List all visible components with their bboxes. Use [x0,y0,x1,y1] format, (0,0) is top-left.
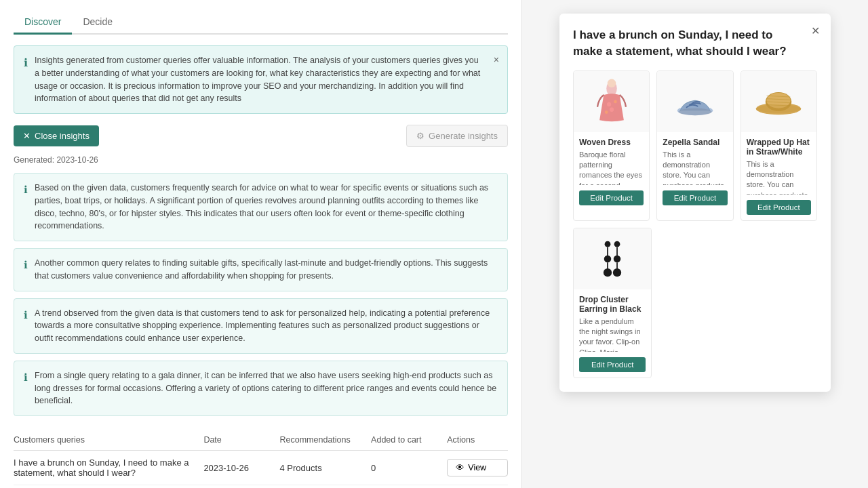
svg-point-18 [604,255,612,262]
col-header-actions: Actions [447,435,508,445]
product-desc-sandal: This is a demonstration store. You can p… [663,150,727,185]
edit-product-button-sandal[interactable]: Edit Product [663,190,727,205]
close-insights-label: Close insights [35,131,90,141]
svg-point-7 [678,108,711,115]
product-image-dress [574,71,649,132]
view-label: View [468,463,486,472]
modal-title: I have a brunch on Sunday, I need to mak… [573,27,817,60]
info-banner: ℹ Insights generated from customer queri… [14,45,508,114]
product-info-dress: Woven Dress Baroque floral patterning ro… [574,132,649,211]
modal: I have a brunch on Sunday, I need to mak… [559,14,831,392]
table-section: Customers queries Date Recommendations A… [14,430,508,485]
product-image-earring [574,228,651,289]
svg-point-23 [614,255,621,262]
table-row: I have a brunch on Sunday, I need to mak… [14,451,508,485]
product-name-hat: Wrapped Up Hat in Straw/White [747,138,811,157]
svg-point-21 [614,241,620,247]
modal-close-button[interactable]: ✕ [811,24,820,37]
product-card-dress: Woven Dress Baroque floral patterning ro… [573,70,650,221]
product-card-sandal: Zepella Sandal This is a demonstration s… [656,70,733,221]
product-desc-dress: Baroque floral patterning romances the e… [579,150,644,185]
tab-decide[interactable]: Decide [72,11,123,35]
product-info-sandal: Zepella Sandal This is a demonstration s… [657,132,732,211]
edit-product-button-dress[interactable]: Edit Product [579,190,644,205]
products-grid: Woven Dress Baroque floral patterning ro… [573,70,817,221]
insight-card-2: ℹ Another common query relates to findin… [14,248,508,291]
info-banner-text: Insights generated from customer queries… [35,54,483,105]
info-icon-3: ℹ [24,308,28,345]
insight-text-1: Based on the given data, customers frequ… [35,182,498,232]
product-info-earring: Drop Cluster Earring in Black Like a pen… [574,289,651,378]
gear-icon: ⚙ [416,131,425,141]
col-header-date: Date [203,435,279,445]
row-recommendations: 4 Products [280,463,372,473]
row-cart: 0 [371,463,447,473]
insight-text-4: From a single query relating to a gala d… [35,369,498,407]
svg-point-1 [607,79,615,87]
svg-point-20 [604,268,612,277]
generate-insights-button[interactable]: ⚙ Generate insights [406,125,508,147]
product-name-dress: Woven Dress [579,138,644,147]
svg-point-3 [614,100,617,103]
table-header: Customers queries Date Recommendations A… [14,430,508,451]
product-image-hat [741,71,816,132]
product-desc-earring: Like a pendulum the night swings in your… [579,317,646,352]
x-icon: ✕ [23,131,31,141]
actions-row: ✕ Close insights ⚙ Generate insights [14,125,508,147]
edit-product-button-hat[interactable]: Edit Product [747,200,811,215]
insight-card-4: ℹ From a single query relating to a gala… [14,361,508,416]
product-card-hat: Wrapped Up Hat in Straw/White This is a … [741,70,817,221]
svg-point-15 [756,104,802,113]
svg-point-25 [613,268,621,277]
tab-discover[interactable]: Discover [14,11,72,35]
bottom-row: Drop Cluster Earring in Black Like a pen… [573,228,817,378]
info-icon-4: ℹ [24,370,28,407]
product-info-hat: Wrapped Up Hat in Straw/White This is a … [741,132,816,220]
insight-card-3: ℹ A trend observed from the given data i… [14,298,508,354]
info-banner-close[interactable]: × [494,53,499,67]
col-header-cart: Added to cart [371,435,447,445]
row-date: 2023-10-26 [203,463,279,473]
edit-product-button-earring[interactable]: Edit Product [579,357,646,372]
generate-insights-label: Generate insights [429,131,498,141]
eye-icon: 👁 [456,463,465,472]
right-panel: I have a brunch on Sunday, I need to mak… [522,0,868,488]
insight-text-3: A trend observed from the given data is … [35,307,498,345]
generated-date: Generated: 2023-10-26 [14,155,508,165]
svg-point-4 [610,107,614,111]
insight-text-2: Another common query relates to finding … [35,257,498,283]
col-header-recommendations: Recommendations [280,435,372,445]
info-icon-2: ℹ [24,258,28,283]
product-image-sandal [657,71,732,132]
row-query: I have a brunch on Sunday, I need to mak… [14,458,203,478]
info-icon: ℹ [24,55,28,105]
product-name-earring: Drop Cluster Earring in Black [579,295,646,314]
info-icon-1: ℹ [24,182,28,232]
product-desc-hat: This is a demonstration store. You can p… [747,159,811,195]
product-name-sandal: Zepella Sandal [663,138,727,147]
col-header-query: Customers queries [14,435,203,445]
svg-point-2 [607,102,611,106]
insight-card-1: ℹ Based on the given data, customers fre… [14,173,508,241]
view-button[interactable]: 👁 View [447,459,508,476]
left-panel: Discover Decide ℹ Insights generated fro… [0,0,522,488]
svg-point-5 [605,110,608,114]
product-card-earring: Drop Cluster Earring in Black Like a pen… [573,228,652,378]
svg-point-16 [605,241,611,247]
close-insights-button[interactable]: ✕ Close insights [14,125,99,146]
tabs: Discover Decide [14,11,508,35]
